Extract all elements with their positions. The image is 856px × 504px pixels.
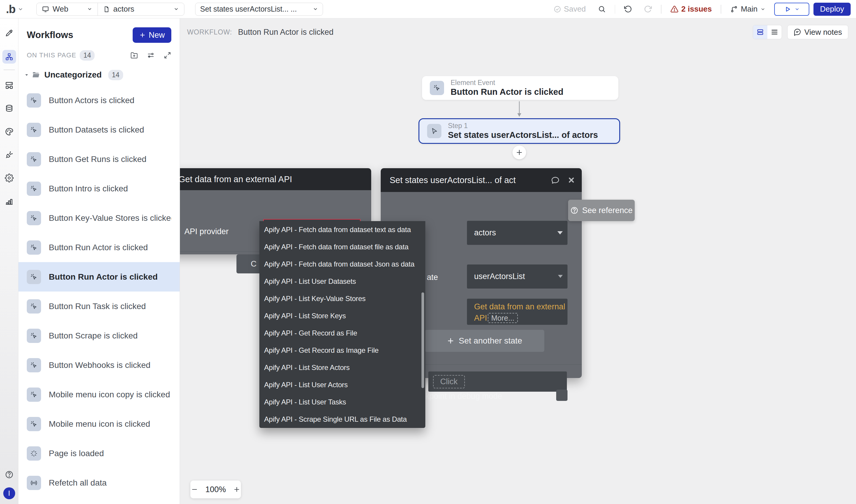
workflow-list-item[interactable]: Button Run Task is clicked xyxy=(18,291,180,321)
api-provider-option[interactable]: Apify API - List Store Actors xyxy=(259,359,425,376)
workflow-list-item[interactable]: Mobile menu icon is clicked xyxy=(18,409,180,439)
more-button[interactable]: More... xyxy=(488,313,518,323)
workflow-list-item[interactable]: Button Get Runs is clicked xyxy=(18,144,180,174)
workflow-list-item[interactable]: Button Datasets is clicked xyxy=(18,115,180,144)
close-icon[interactable] xyxy=(567,176,575,184)
workflows-tab-icon[interactable] xyxy=(2,50,16,64)
plugins-plug-icon[interactable] xyxy=(5,150,14,159)
workflow-list-item[interactable]: Button Webhooks is clicked xyxy=(18,350,180,380)
new-workflow-button[interactable]: New xyxy=(133,27,171,43)
zoom-in-icon[interactable] xyxy=(233,486,240,493)
event-card-title: Button Run Actor is clicked xyxy=(451,87,563,97)
api-provider-option[interactable]: Apify API - Fetch data from dataset Json… xyxy=(259,255,425,273)
workflow-list-item[interactable]: Button Scrape is clicked xyxy=(18,321,180,350)
workflow-list-item[interactable]: Page is loaded xyxy=(18,439,180,468)
workflows-panel-title: Workflows xyxy=(27,30,73,40)
database-icon[interactable] xyxy=(5,104,14,113)
workflow-item-label: Button Intro is clicked xyxy=(49,184,128,194)
logs-chart-icon[interactable] xyxy=(5,197,14,206)
card-view-toggle[interactable] xyxy=(753,25,767,39)
top-bar: .b Web actors Set states userActorsList.… xyxy=(0,0,856,18)
on-this-page-label: ON THIS PAGE xyxy=(27,51,76,59)
step-card-title: Set states userActorsList... of actors xyxy=(448,130,598,140)
workflow-list-item[interactable]: Refetch all data xyxy=(18,468,180,498)
avatar[interactable]: I xyxy=(3,487,15,499)
workflow-list-item[interactable]: Button Run Actor is clicked xyxy=(18,233,180,262)
styles-palette-icon[interactable] xyxy=(5,127,14,136)
folder-row-uncategorized[interactable]: Uncategorized 14 xyxy=(18,68,180,82)
api-provider-option[interactable]: Apify API - Fetch data from dataset file… xyxy=(259,238,425,255)
help-icon[interactable] xyxy=(5,470,14,479)
event-card-type: Element Event xyxy=(451,79,563,87)
workflow-item-label: Mobile menu icon copy is clicked xyxy=(49,390,170,399)
redo-icon[interactable] xyxy=(644,5,652,13)
workflow-list-item[interactable]: Button Actors is clicked xyxy=(18,86,180,115)
cursor-click-icon xyxy=(430,81,444,95)
api-provider-option[interactable]: Apify API - Scrape Single URL as File as… xyxy=(259,411,425,428)
workflow-list-item[interactable]: Button Key-Value Stores is clicked xyxy=(18,203,180,233)
folder-label: Uncategorized xyxy=(44,70,102,79)
workflow-list-item[interactable]: Mobile menu icon copy is clicked xyxy=(18,380,180,409)
expand-icon[interactable] xyxy=(163,51,171,59)
workflow-breadcrumb-label: WORKFLOW: xyxy=(187,28,232,36)
branch-label: Main xyxy=(741,4,757,14)
breakpoint-debug-checkbox[interactable] xyxy=(556,390,567,401)
see-reference-button[interactable]: See reference xyxy=(568,200,635,221)
left-icon-rail: I xyxy=(0,18,18,504)
dropdown-scrollbar-thumb[interactable] xyxy=(421,292,424,388)
api-provider-option[interactable]: Apify API - List User Tasks xyxy=(259,393,425,411)
page-selector[interactable]: actors xyxy=(98,3,184,16)
workflow-count-badge: 14 xyxy=(80,50,94,60)
state-select[interactable]: userActorsList xyxy=(467,265,567,289)
filter-sliders-icon[interactable] xyxy=(147,51,155,59)
view-notes-button[interactable]: View notes xyxy=(787,25,848,39)
api-provider-option[interactable]: Apify API - List User Datasets xyxy=(259,273,425,290)
context-switcher: Web actors xyxy=(36,3,185,16)
api-provider-option[interactable]: Apify API - Get Record as File xyxy=(259,325,425,342)
new-workflow-label: New xyxy=(149,31,165,40)
state-value-expression[interactable]: Get data from an external APIMore... xyxy=(467,299,567,325)
preview-button[interactable] xyxy=(774,3,809,16)
set-another-state-button[interactable]: Set another state xyxy=(425,330,544,352)
event-card[interactable]: Element Event Button Run Actor is clicke… xyxy=(422,76,618,100)
device-selector[interactable]: Web xyxy=(37,3,98,16)
step-card-selected[interactable]: Step 1 Set states userActorsList... of a… xyxy=(418,118,620,144)
divider xyxy=(615,5,615,14)
components-icon[interactable] xyxy=(5,81,14,90)
click-field[interactable]: Click xyxy=(428,372,567,392)
list-view-toggle[interactable] xyxy=(767,25,782,39)
deploy-button[interactable]: Deploy xyxy=(814,3,851,16)
workflows-panel: Workflows New ON THIS PAGE 14 Uncategori… xyxy=(18,18,180,504)
search-icon[interactable] xyxy=(598,5,606,13)
chevron-down-icon[interactable] xyxy=(18,6,23,12)
zoom-out-icon[interactable] xyxy=(191,486,198,493)
workflow-list-item[interactable]: Button Run Actor is clicked xyxy=(18,262,180,291)
api-provider-option[interactable]: Apify API - List Key-Value Stores xyxy=(259,290,425,307)
workflow-list-item[interactable]: Button Intro is clicked xyxy=(18,174,180,203)
add-folder-icon[interactable] xyxy=(130,51,138,59)
click-placeholder[interactable]: Click xyxy=(433,375,465,389)
workflow-item-label: Button Actors is clicked xyxy=(49,96,135,105)
api-provider-option[interactable]: Apify API - Fetch data from dataset text… xyxy=(259,221,425,238)
undo-icon[interactable] xyxy=(624,5,632,13)
cursor-click-icon xyxy=(27,358,41,372)
api-provider-option[interactable]: Apify API - List User Actors xyxy=(259,376,425,393)
api-provider-option[interactable]: Apify API - List Store Keys xyxy=(259,307,425,325)
state-select-value: userActorsList xyxy=(474,272,525,281)
card-view-icon xyxy=(756,28,764,36)
comment-icon[interactable] xyxy=(551,176,560,184)
chevron-down-icon xyxy=(87,6,92,12)
design-pencil-icon[interactable] xyxy=(5,29,14,37)
broadcast-icon xyxy=(27,476,41,490)
workflow-item-label: Button Run Task is clicked xyxy=(49,302,146,311)
branch-selector[interactable]: Main xyxy=(730,4,765,14)
workflow-selector[interactable]: Set states userActorsList... ... xyxy=(195,3,323,16)
api-provider-option[interactable]: Apify API - Get Record as Image File xyxy=(259,342,425,359)
settings-gear-icon[interactable] xyxy=(5,174,14,182)
cursor-click-icon xyxy=(27,417,41,431)
issues-indicator[interactable]: 2 issues xyxy=(670,4,712,14)
cursor-click-icon xyxy=(27,240,41,255)
element-select[interactable]: actors xyxy=(467,221,567,245)
workflow-item-label: Page is loaded xyxy=(49,449,104,458)
add-step-button[interactable] xyxy=(512,146,526,159)
